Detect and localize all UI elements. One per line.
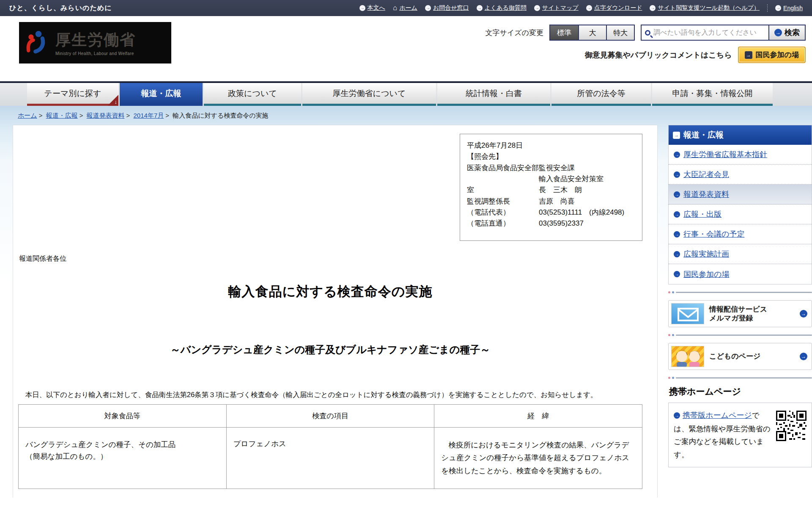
font-size-standard-button[interactable]: 標準 [550,25,578,40]
font-size-switcher: 標準 大 特大 [549,25,635,41]
link-accessibility-tool[interactable]: →サイト閲覧支援ツール起動（ヘルプ） [650,4,760,12]
arrow-circle-icon: → [477,5,483,11]
main-navigation: テーマ別に探す ↓ 報道・広報 政策について 厚生労働省について 統計情報・白書… [0,81,812,106]
arrow-circle-icon: → [674,271,680,277]
content-zone: ホーム> 報道・広報> 報道発表資料> 2014年7月> 輸入食品に対する検査命… [0,106,812,508]
link-main-content[interactable]: →本文へ [359,4,385,12]
tab-policy[interactable]: 政策について [204,83,301,106]
breadcrumb-press-releases[interactable]: 報道発表資料 [87,112,125,119]
col-header-background: 経 緯 [434,404,642,427]
link-braille-download[interactable]: →点字ダウンロード [586,4,642,12]
tab-statistics[interactable]: 統計情報・白書 [437,83,550,106]
arrow-circle-icon: → [674,231,680,237]
mailmag-banner[interactable]: 情報配信サービス メルマガ登録 → [668,300,812,327]
tab-themes[interactable]: テーマ別に探す ↓ [27,83,118,106]
arrow-square-icon: → [745,51,752,59]
search-icon [645,30,650,36]
cell-food: バングラデシュ産クミンの種子、その加工品 （簡易な加工のもの。） [19,427,227,489]
arrow-circle-icon: → [800,353,807,360]
separator [767,4,768,12]
top-utility-bar: ひと、くらし、みらいのために →本文へ ⌂ホーム →お問合せ窓口 →よくある御質… [0,0,812,16]
contact-heading: 【照会先】 [467,151,635,162]
cell-background: 検疫所におけるモニタリング検査の結果、バングラデシュ産クミンの種子から基準値を超… [434,427,642,489]
link-home[interactable]: ⌂ホーム [393,4,417,12]
arrow-circle-icon: → [774,29,782,36]
tab-applications[interactable]: 申請・募集・情報公開 [652,83,773,106]
sidebar-item-pr-policy[interactable]: →厚生労働省広報基本指針 [669,145,812,165]
chevron-down-icon: ↓ [115,99,118,105]
envelope-sky-icon [671,303,704,324]
breadcrumb-month[interactable]: 2014年7月 [134,112,164,119]
sidebar-item-minister-press[interactable]: →大臣記者会見 [669,165,812,185]
arrow-circle-icon: → [674,152,680,158]
tab-press[interactable]: 報道・広報 [120,83,203,106]
arrow-circle-icon: → [674,171,680,178]
inspection-table: 対象食品等 検査の項目 経 緯 バングラデシュ産クミンの種子、その加工品 （簡易… [18,404,642,489]
link-faq[interactable]: →よくある御質問 [477,4,527,12]
arrow-circle-icon: → [650,5,656,11]
sidebar: → 報道・広報 →厚生労働省広報基本指針 →大臣記者会見 →報道発表資料 →広報… [668,125,812,467]
page: ひと、くらし、みらいのために →本文へ ⌂ホーム →お問合せ窓口 →よくある御質… [0,0,812,508]
main-panel: 平成26年7月28日 【照会先】 医薬食品局食品安全部監視安全課 輸入食品安全対… [13,125,658,497]
search-button[interactable]: → 検索 [768,25,805,40]
public-participation-button[interactable]: → 国民参加の場 [738,47,806,63]
sidebar-item-pr-plan[interactable]: →広報実施計画 [669,244,812,264]
breadcrumb: ホーム> 報道・広報> 報道発表資料> 2014年7月> 輸入食品に対する検査命… [0,106,812,120]
logo-text-block: 厚生労働省 Ministry of Health, Labour and Wel… [55,30,136,56]
col-header-food: 対象食品等 [19,404,227,427]
arrow-circle-icon: → [775,5,781,11]
font-size-xlarge-button[interactable]: 特大 [606,25,634,40]
arrow-circle-icon: → [674,251,680,257]
contact-row: 室長 三木 朗 [467,185,635,196]
link-contact[interactable]: →お問合せ窓口 [425,4,469,12]
mhlw-logo-mark-icon [25,29,51,57]
contact-row: 監視調整係長吉原 尚喜 [467,196,635,207]
banner-label: 情報配信サービス メルマガ登録 [709,305,795,323]
release-date: 平成26年7月28日 [467,140,635,151]
arrow-circle-icon: → [674,191,680,198]
tab-about[interactable]: 厚生労働省について [302,83,436,106]
sidebar-menu: → 報道・広報 →厚生労働省広報基本指針 →大臣記者会見 →報道発表資料 →広報… [668,125,812,284]
logo-subtitle: Ministry of Health, Labour and Welfare [55,51,136,56]
font-size-large-button[interactable]: 大 [578,25,606,40]
contact-row: （電話代表）03(5253)1111 (内線2498) [467,207,635,218]
site-header: 厚生労働省 Ministry of Health, Labour and Wel… [0,16,812,81]
breadcrumb-home[interactable]: ホーム [18,112,37,119]
contact-row: 輸入食品安全対策室 [467,174,635,185]
salutation: 報道関係者各位 [19,254,642,263]
arrow-square-icon: → [673,132,680,139]
divider [668,291,812,293]
sidebar-item-press-releases[interactable]: →報道発表資料 [669,185,812,204]
arrow-circle-icon: → [359,5,365,11]
arrow-circle-icon: → [534,5,540,11]
contact-row: （電話直通）03(3595)2337 [467,218,635,229]
arrow-circle-icon: → [674,211,680,218]
divider [668,377,812,379]
page-subtitle: ～バングラデシュ産クミンの種子及びブルキナファソ産ごまの種子～ [18,343,642,356]
sidebar-item-events[interactable]: →行事・会議の予定 [669,224,812,244]
breadcrumb-press[interactable]: 報道・広報 [46,112,78,119]
breadcrumb-current: 輸入食品に対する検査命令の実施 [173,112,268,119]
link-english[interactable]: →English [775,5,803,11]
arrow-circle-icon: → [674,412,680,419]
cell-item: プロフェノホス [226,427,434,489]
site-tagline: ひと、くらし、みらいのために [9,4,112,13]
mobile-section-heading: 携帯ホームページ [669,386,812,398]
search-input[interactable] [653,29,765,36]
mhlw-logo[interactable]: 厚生労働省 Ministry of Health, Labour and Wel… [19,22,171,64]
mobile-homepage-link[interactable]: 携帯版ホームページ [683,411,752,420]
public-comment-row: 御意見募集やパブリックコメントはこちら → 国民参加の場 [585,47,806,63]
sidebar-menu-header: → 報道・広報 [669,125,812,145]
public-comment-text: 御意見募集やパブリックコメントはこちら [585,50,732,60]
tab-laws[interactable]: 所管の法令等 [551,83,651,106]
link-sitemap[interactable]: →サイトマップ [534,4,579,12]
font-size-label: 文字サイズの変更 [485,28,543,38]
kids-icon [671,346,704,367]
col-header-item: 検査の項目 [226,404,434,427]
kids-page-banner[interactable]: こどものページ → [668,343,812,370]
banner-label: こどものページ [709,352,795,361]
sidebar-item-participation[interactable]: →国民参加の場 [669,264,812,284]
divider [668,334,812,336]
sidebar-item-publications[interactable]: →広報・出版 [669,204,812,224]
mobile-homepage-box: →携帯版ホームページでは、緊急情報や厚生労働省のご案内などを掲載しています。 [668,403,812,467]
